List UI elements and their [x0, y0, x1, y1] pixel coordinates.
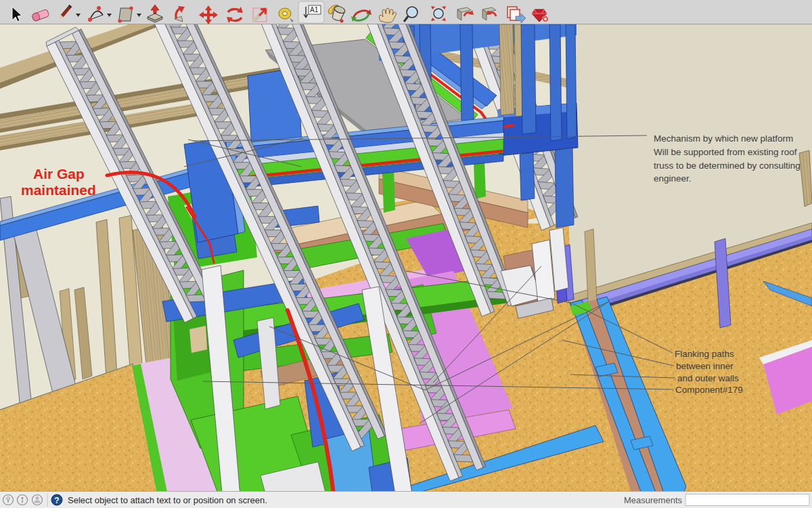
svg-text:A1: A1 [310, 6, 319, 14]
svg-text:Select object to attach text t: Select object to attach text to or posit… [68, 495, 267, 505]
svg-text:maintained: maintained [21, 182, 96, 198]
svg-text:truss to be determined by cons: truss to be determined by consulting [654, 161, 800, 171]
svg-text:and outer walls: and outer walls [677, 373, 739, 383]
svg-text:Measurements: Measurements [624, 495, 682, 505]
svg-text:Component#179: Component#179 [675, 385, 743, 395]
svg-text:between inner: between inner [676, 361, 734, 371]
svg-text:Air Gap: Air Gap [33, 166, 85, 182]
svg-text:Will be supported from existin: Will be supported from existing roof [654, 147, 797, 157]
svg-text:?: ? [54, 496, 59, 505]
svg-text:Mechanism by which new platfor: Mechanism by which new platform [654, 133, 793, 144]
svg-text:Flanking paths: Flanking paths [675, 349, 734, 359]
svg-text:engineer.: engineer. [654, 173, 692, 184]
